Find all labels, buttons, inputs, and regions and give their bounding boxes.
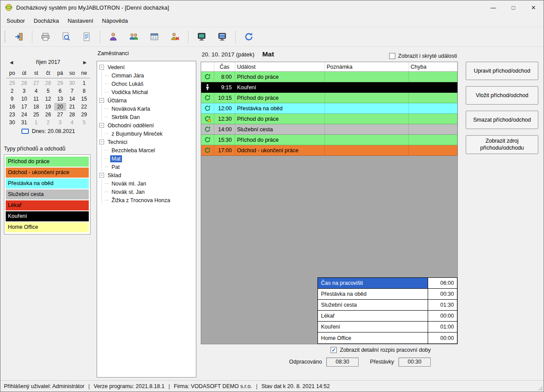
detail-breakdown-checkbox[interactable]	[331, 347, 337, 353]
calendar-day[interactable]: 30	[66, 79, 78, 87]
calendar-day[interactable]: 30	[6, 119, 18, 126]
calendar-day[interactable]: 9	[6, 95, 18, 103]
tree-group-label[interactable]: −Účtárna	[98, 96, 195, 105]
summary-row[interactable]: Čas na pracovišti06:00	[318, 278, 457, 289]
calendar-day[interactable]: 5	[78, 119, 90, 126]
calendar-day[interactable]: 5	[42, 87, 54, 95]
calendar-day[interactable]: 10	[18, 95, 30, 103]
event-row[interactable]: 12:00Přestávka na oběd	[201, 103, 457, 114]
refresh-button[interactable]	[240, 28, 258, 45]
calendar-day[interactable]: 27	[54, 111, 66, 119]
calendar-day[interactable]: 16	[6, 103, 18, 111]
tree-item[interactable]: z Bujumbury Mireček	[102, 130, 195, 138]
tree-item[interactable]: Nováková Karla	[102, 105, 195, 113]
tree-item[interactable]: Pat	[102, 163, 195, 171]
calendar-prev-icon[interactable]: ◀	[7, 60, 15, 65]
calendar-day[interactable]: 1	[78, 79, 90, 87]
calendar-day[interactable]: 12	[42, 95, 54, 103]
employee-group-button[interactable]	[125, 28, 143, 45]
calendar-day[interactable]: 15	[78, 95, 90, 103]
event-row[interactable]: 9:15Kouření	[201, 82, 457, 93]
calendar-day[interactable]: 13	[54, 95, 66, 103]
collapse-icon[interactable]: −	[99, 98, 104, 103]
breaks-value-box[interactable]: 00:30	[398, 357, 431, 367]
calendar-day[interactable]: 18	[30, 103, 42, 111]
insert-record-button[interactable]: Vložit příchod/odchod	[466, 86, 538, 105]
tree-group-label[interactable]: −Vedení	[98, 63, 195, 71]
summary-row[interactable]: Lékař00:00	[318, 311, 457, 322]
employee-remove-button[interactable]	[166, 28, 184, 45]
print-preview-button[interactable]	[57, 28, 75, 45]
tree-item[interactable]: Ochoc Lukáš	[102, 80, 195, 88]
calendar-day[interactable]: 26	[18, 79, 30, 87]
collapse-icon[interactable]: −	[99, 173, 104, 178]
close-button[interactable]: ✕	[523, 0, 544, 14]
calendar-day[interactable]: 2	[6, 87, 18, 95]
calendar-next-icon[interactable]: ▶	[81, 60, 89, 65]
tree-group-label[interactable]: −Sklad	[98, 171, 195, 179]
calendar-day[interactable]: 25	[6, 79, 18, 87]
tree-item[interactable]: Mat	[102, 154, 195, 163]
calendar-day[interactable]: 26	[42, 111, 54, 119]
calendar-day[interactable]: 4	[30, 87, 42, 95]
menu-item-2[interactable]: Nastavení	[63, 16, 98, 26]
calendar-day-selected[interactable]: 20	[54, 103, 66, 111]
resize-grip[interactable]	[537, 385, 543, 391]
calendar-day[interactable]: 3	[18, 87, 30, 95]
print-button[interactable]	[36, 28, 55, 45]
calendar-day[interactable]: 8	[78, 87, 90, 95]
event-row[interactable]: 10:15Příchod do práce	[201, 93, 457, 103]
summary-row[interactable]: Kouření01:00	[318, 322, 457, 332]
tree-group-label[interactable]: −Obchodní oddělení	[98, 121, 195, 130]
tree-group-label[interactable]: −Technici	[98, 138, 195, 146]
edit-record-button[interactable]: Upravit příchod/odchod	[466, 62, 538, 80]
calendar-day[interactable]: 27	[30, 79, 42, 87]
terminal-button[interactable]	[192, 28, 211, 45]
calendar-day[interactable]: 1	[30, 119, 42, 126]
calendar-day[interactable]: 23	[6, 111, 18, 119]
event-row[interactable]: 14:00Služební cesta	[201, 124, 457, 135]
tree-item[interactable]: Cimman Jára	[102, 71, 195, 80]
calendar-day[interactable]: 2	[42, 119, 54, 126]
calendar-day[interactable]: 31	[18, 119, 30, 126]
exit-button[interactable]	[10, 28, 28, 45]
summary-row[interactable]: Přestávka na oběd00:30	[318, 289, 457, 300]
show-hidden-events-checkbox[interactable]	[389, 53, 395, 59]
attendance-grid-button[interactable]	[145, 28, 164, 45]
tree-item[interactable]: Novák st. Jan	[102, 188, 195, 196]
event-row[interactable]: 15:30Příchod do práce	[201, 135, 457, 145]
collapse-icon[interactable]: −	[99, 65, 104, 70]
show-record-source-button[interactable]: Zobrazit zdroj příchodu/odchodu	[466, 135, 538, 154]
maximize-button[interactable]: □	[503, 0, 523, 14]
event-row[interactable]: 8:00Příchod do práce	[201, 72, 457, 82]
calendar-day[interactable]: 25	[30, 111, 42, 119]
event-row[interactable]: 17:00Odchod - ukončení práce	[201, 145, 457, 156]
menu-item-3[interactable]: Nápověda	[98, 16, 132, 26]
tree-item[interactable]: Skrblík Dan	[102, 113, 195, 121]
show-hidden-events-row[interactable]: Zobrazit i skryté události	[389, 53, 457, 59]
calendar-day[interactable]: 11	[30, 95, 42, 103]
calendar-day[interactable]: 7	[66, 87, 78, 95]
employee-button[interactable]	[104, 28, 122, 45]
calendar-day[interactable]: 24	[18, 111, 30, 119]
calendar-day[interactable]: 6	[54, 87, 66, 95]
tree-item[interactable]: Vodička Michal	[102, 88, 195, 96]
terminal-data-button[interactable]	[213, 28, 231, 45]
calendar-day[interactable]: 14	[66, 95, 78, 103]
delete-record-button[interactable]: Smazat příchod/odchod	[466, 111, 538, 129]
event-row[interactable]: 12:30Příchod do práce	[201, 114, 457, 124]
minimize-button[interactable]: —	[483, 0, 503, 14]
menu-item-0[interactable]: Soubor	[2, 16, 29, 26]
worked-value-box[interactable]: 08:30	[326, 357, 359, 367]
tree-item[interactable]: Bezchleba Marcel	[102, 146, 195, 154]
calendar-day[interactable]: 4	[66, 119, 78, 126]
calendar-day[interactable]: 28	[66, 111, 78, 119]
report-button[interactable]	[77, 28, 96, 45]
calendar-day[interactable]: 21	[66, 103, 78, 111]
collapse-icon[interactable]: −	[99, 140, 104, 144]
menu-item-1[interactable]: Docházka	[29, 16, 63, 26]
tree-item[interactable]: Novák ml. Jan	[102, 179, 195, 188]
collapse-icon[interactable]: −	[99, 123, 104, 128]
summary-row[interactable]: Služební cesta01:30	[318, 300, 457, 311]
calendar-day[interactable]: 29	[78, 111, 90, 119]
